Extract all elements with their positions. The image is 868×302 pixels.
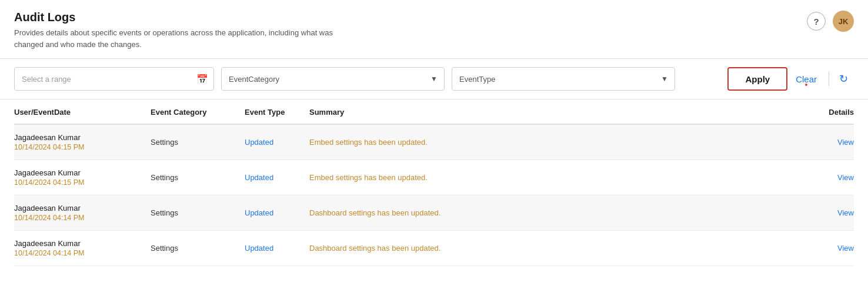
- summary-text-0: Embed settings has been updated.: [309, 138, 428, 147]
- audit-logs-table: User/EventDate Event Category Event Type…: [14, 99, 854, 266]
- cell-type-3: Updated: [238, 231, 302, 266]
- summary-text-3: Dashboard settings has been updated.: [309, 244, 440, 253]
- cell-details-3: View: [807, 231, 854, 266]
- header-actions: ? JK: [807, 11, 854, 32]
- event-category-select[interactable]: EventCategory: [221, 67, 445, 91]
- table-row: Jagadeesan Kumar 10/14/2024 04:14 PM Set…: [14, 231, 854, 266]
- cell-summary-0: Embed settings has been updated.: [302, 124, 807, 160]
- cell-type-0: Updated: [238, 124, 302, 160]
- refresh-button[interactable]: ↻: [833, 68, 854, 89]
- event-date-0: 10/14/2024 04:15 PM: [14, 143, 136, 151]
- col-header-event-category: Event Category: [143, 99, 238, 124]
- cell-user-date-1: Jagadeesan Kumar 10/14/2024 04:15 PM: [14, 160, 143, 195]
- header: Audit Logs Provides details about specif…: [0, 0, 868, 59]
- user-name-3: Jagadeesan Kumar: [14, 239, 136, 248]
- cell-details-0: View: [807, 124, 854, 160]
- cell-category-1: Settings: [143, 160, 238, 195]
- summary-text-1: Embed settings has been updated.: [309, 173, 428, 182]
- cell-category-3: Settings: [143, 231, 238, 266]
- page-title: Audit Logs: [14, 11, 355, 24]
- filter-actions: Apply Clear ↻: [727, 67, 854, 91]
- table-row: Jagadeesan Kumar 10/14/2024 04:15 PM Set…: [14, 160, 854, 195]
- event-category-wrapper: EventCategory ▼: [221, 67, 445, 91]
- cell-details-2: View: [807, 195, 854, 231]
- header-left: Audit Logs Provides details about specif…: [14, 11, 355, 50]
- cell-summary-3: Dashboard settings has been updated.: [302, 231, 807, 266]
- help-icon-button[interactable]: ?: [807, 12, 826, 31]
- event-date-2: 10/14/2024 04:14 PM: [14, 214, 136, 222]
- col-header-event-type: Event Type: [238, 99, 302, 124]
- user-name-2: Jagadeesan Kumar: [14, 204, 136, 213]
- cell-summary-1: Embed settings has been updated.: [302, 160, 807, 195]
- page-container: Audit Logs Provides details about specif…: [0, 0, 868, 302]
- cell-summary-2: Dashboard settings has been updated.: [302, 195, 807, 231]
- table-row: Jagadeesan Kumar 10/14/2024 04:15 PM Set…: [14, 124, 854, 160]
- event-date-1: 10/14/2024 04:15 PM: [14, 178, 136, 187]
- table-row: Jagadeesan Kumar 10/14/2024 04:14 PM Set…: [14, 195, 854, 231]
- cell-details-1: View: [807, 160, 854, 195]
- refresh-icon: ↻: [839, 72, 848, 85]
- cell-user-date-3: Jagadeesan Kumar 10/14/2024 04:14 PM: [14, 231, 143, 266]
- table-header-row: User/EventDate Event Category Event Type…: [14, 99, 854, 124]
- apply-button[interactable]: Apply: [727, 67, 787, 91]
- view-link-1[interactable]: View: [837, 173, 854, 182]
- avatar[interactable]: JK: [833, 11, 854, 32]
- cell-user-date-2: Jagadeesan Kumar 10/14/2024 04:14 PM: [14, 195, 143, 231]
- cell-type-1: Updated: [238, 160, 302, 195]
- date-range-wrapper: 📅: [14, 67, 214, 91]
- date-range-input[interactable]: [14, 67, 214, 91]
- col-header-user-event-date: User/EventDate: [14, 99, 143, 124]
- view-link-3[interactable]: View: [837, 244, 854, 253]
- cell-category-0: Settings: [143, 124, 238, 160]
- col-header-details: Details: [807, 99, 854, 124]
- col-header-summary: Summary: [302, 99, 807, 124]
- event-type-wrapper: EventType ▼: [452, 67, 675, 91]
- view-link-0[interactable]: View: [837, 138, 854, 147]
- event-type-value-2: Updated: [245, 208, 273, 217]
- event-date-3: 10/14/2024 04:14 PM: [14, 249, 136, 257]
- clear-button[interactable]: Clear: [787, 67, 825, 91]
- user-name-1: Jagadeesan Kumar: [14, 168, 136, 177]
- view-link-2[interactable]: View: [837, 208, 854, 217]
- cell-type-2: Updated: [238, 195, 302, 231]
- event-type-value-0: Updated: [245, 138, 273, 147]
- cell-category-2: Settings: [143, 195, 238, 231]
- cell-user-date-0: Jagadeesan Kumar 10/14/2024 04:15 PM: [14, 124, 143, 160]
- filter-bar: 📅 EventCategory ▼ EventType ▼ Apply Clea…: [0, 59, 868, 99]
- event-type-value-3: Updated: [245, 244, 273, 253]
- table-container: User/EventDate Event Category Event Type…: [0, 99, 868, 266]
- user-name-0: Jagadeesan Kumar: [14, 133, 136, 142]
- vertical-divider: [829, 72, 829, 86]
- question-mark-icon: ?: [813, 16, 819, 26]
- event-type-select[interactable]: EventType: [452, 67, 675, 91]
- summary-text-2: Dashboard settings has been updated.: [309, 208, 440, 217]
- event-type-value-1: Updated: [245, 173, 273, 182]
- page-subtitle: Provides details about specific events o…: [14, 27, 355, 50]
